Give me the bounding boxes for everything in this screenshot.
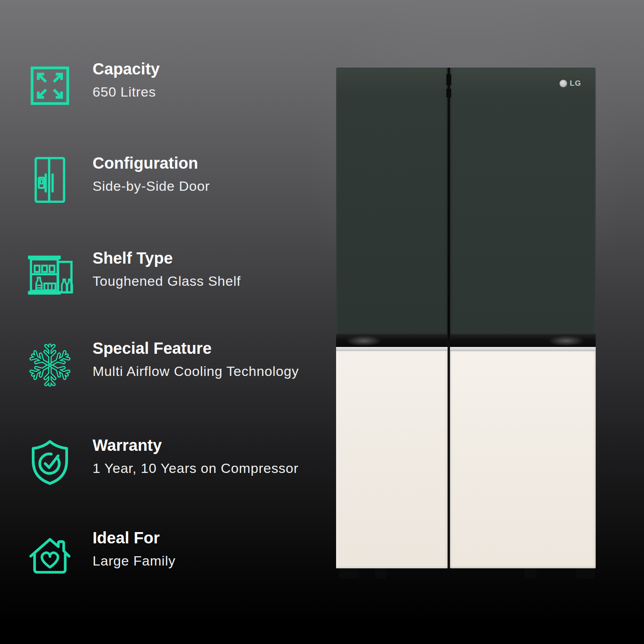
feature-title: Special Feature — [93, 339, 299, 358]
fridge-door-upper: LG — [450, 68, 596, 334]
freezer-door-upper — [336, 68, 448, 334]
center-hinge — [446, 89, 451, 97]
handle-recess-right — [450, 334, 596, 347]
feature-value: 1 Year, 10 Years on Compressor — [93, 460, 299, 477]
feature-title: Capacity — [93, 59, 160, 78]
lg-wordmark: LG — [570, 79, 581, 88]
lg-logo: LG — [559, 79, 581, 88]
feature-value: Side-by-Side Door — [93, 178, 210, 194]
feature-title: Warranty — [93, 436, 299, 455]
feature-value: Toughened Glass Shelf — [93, 272, 241, 289]
caster-foot — [524, 568, 537, 579]
center-hinge — [446, 74, 451, 85]
lg-emblem-icon — [559, 80, 567, 87]
refrigerator-photo: LG — [336, 68, 596, 582]
feature-title: Ideal For — [93, 528, 175, 547]
door-gap — [448, 68, 450, 568]
feature-value: Multi Airflow Cooling Technology — [93, 363, 299, 380]
shelf-bottles-icon — [26, 251, 74, 299]
feature-value: Large Family — [93, 552, 175, 569]
silver-trim-right — [450, 347, 596, 351]
fridge-door-lower — [450, 351, 596, 568]
feature-value: 650 Litres — [93, 83, 160, 100]
house-heart-icon — [26, 530, 74, 579]
page-root: { "accent_color": "#1fdcab", "features":… — [0, 0, 644, 644]
freezer-door-lower — [336, 351, 448, 568]
caster-foot — [339, 568, 359, 579]
silver-trim-left — [336, 347, 448, 351]
caster-foot — [576, 568, 594, 579]
shield-check-icon — [26, 438, 74, 486]
side-by-side-fridge-icon — [26, 156, 74, 204]
capacity-expand-icon — [26, 62, 74, 110]
snowflake-icon — [26, 341, 74, 389]
caster-foot — [375, 568, 387, 579]
handle-recess-left — [336, 334, 448, 347]
feature-title: Shelf Type — [93, 248, 241, 268]
feature-title: Configuration — [93, 153, 210, 173]
